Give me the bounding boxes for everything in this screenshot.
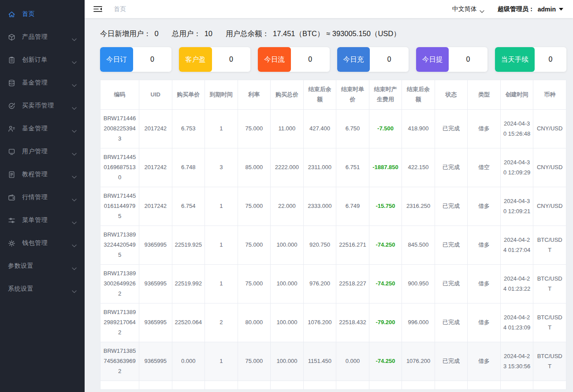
table-row: BRW1714450161144979520172426.754175.0002… (100, 187, 566, 226)
breadcrumb[interactable]: 首页 (114, 5, 126, 13)
table-cell: 2316.250 (402, 187, 435, 226)
table-cell (205, 381, 238, 390)
table-cell (139, 381, 172, 390)
sidebar-item-label: 基金管理 (22, 125, 72, 133)
sidebar-item-wallets[interactable]: 钱包管理 (0, 232, 85, 255)
table-cell: -15.750 (369, 187, 402, 226)
sidebar-item-parameters[interactable]: 参数设置 (0, 255, 85, 277)
sidebar-item-market[interactable]: 行情管理 (0, 186, 85, 209)
gear-icon (8, 240, 15, 247)
table-cell: 2024-04-30 12:09:29 (500, 148, 533, 187)
column-header: 状态 (435, 80, 468, 110)
column-header: 类型 (468, 80, 501, 110)
sidebar-item-new-orders[interactable]: 创新订单 (0, 48, 85, 71)
table-cell: BRW17138574563639692 (100, 342, 139, 381)
table-cell: 2017242 (139, 187, 172, 226)
stats-bar: 今日新增用户：0 总用户：10 用户总余额：17.451（BTC） ≈ 3930… (100, 29, 566, 39)
table-cell: 1 (205, 265, 238, 303)
sidebar-item-label: 买卖币管理 (22, 102, 72, 110)
table-cell: -7.500 (369, 110, 402, 148)
orders-table: 编码UID购买单价到期时间利率购买总价结束后余额结束时单价结束时产生费用结束后余… (100, 80, 566, 390)
table-row: BRW17138932244205495936599522519.925175.… (100, 226, 566, 265)
sidebar-item-system[interactable]: 系统设置 (0, 277, 85, 300)
sidebar-item-menus[interactable]: 菜单管理 (0, 209, 85, 232)
stat-cards: 今日订 0 客户盈 0 今日流 0 今日充 0 今日提 0 (100, 47, 566, 72)
table-cell (500, 381, 533, 390)
stat-card-label: 今日流 (258, 47, 291, 72)
table-cell (238, 381, 271, 390)
chevron-down-icon (72, 288, 77, 291)
table-cell: 2222.000 (271, 148, 304, 187)
sidebar-item-home[interactable]: 首页 (0, 3, 85, 26)
sidebar-item-label: 产品管理 (22, 33, 72, 41)
table-cell: 6.750 (336, 110, 369, 148)
language-selector[interactable]: 中文简体 (452, 5, 484, 13)
column-header: 结束后余额 (303, 80, 336, 110)
table-cell: 845.500 (402, 226, 435, 265)
stat-card-today-recharge: 今日充 0 (337, 47, 409, 72)
table-cell: 22518.227 (336, 265, 369, 303)
table-cell: 6.753 (172, 110, 205, 148)
stat-card-label: 客户盈 (179, 47, 212, 72)
chevron-down-icon (72, 173, 77, 176)
column-header: 结束时产生费用 (369, 80, 402, 110)
table-cell: 22520.064 (172, 303, 205, 342)
stat-card-today-withdraw: 今日提 0 (416, 47, 487, 72)
table-cell: -74.250 (369, 265, 402, 303)
sidebar-item-users[interactable]: 用户管理 (0, 140, 85, 163)
table-cell: 1076.200 (303, 303, 336, 342)
chevron-down-icon (72, 242, 77, 245)
table-cell: 已完成 (435, 110, 468, 148)
table-cell: 2 (205, 303, 238, 342)
table-cell: 6.749 (336, 187, 369, 226)
sidebar-item-tutorials[interactable]: 教程管理 (0, 163, 85, 186)
table-cell: 2024-04-24 01:27:04 (500, 226, 533, 265)
sidebar-nav: 首页 产品管理 创新订单 基金管理 (0, 3, 85, 300)
table-cell: -74.250 (369, 342, 402, 381)
table-cell: BRW17144501611449795 (100, 187, 139, 226)
table-cell: 借多 (468, 226, 501, 265)
table-cell: -74.250 (369, 226, 402, 265)
table-cell: BRW17138930026499262 (100, 265, 139, 303)
table-body: BRW1714462008225394320172426.753175.0001… (100, 110, 566, 390)
chevron-down-icon (72, 59, 77, 62)
chevron-down-icon (480, 7, 484, 11)
table-cell: 422.150 (402, 148, 435, 187)
user-fund-icon (8, 125, 15, 133)
table-cell: 900.950 (402, 265, 435, 303)
table-row: BRW17138930026499262936599522519.992175.… (100, 265, 566, 303)
main-area: 首页 中文简体 超级管理员：admin 今日新增用户：0 总用户：10 (85, 0, 573, 392)
chevron-down-icon (72, 219, 77, 222)
table-cell: 3 (205, 148, 238, 187)
admin-dropdown[interactable]: 超级管理员：admin (498, 5, 563, 13)
table-row: BRW1714450169687513020172426.748385.0002… (100, 148, 566, 187)
column-header: 到期时间 (205, 80, 238, 110)
language-label: 中文简体 (452, 5, 477, 13)
fund-icon (8, 79, 15, 87)
menu-fold-icon[interactable] (93, 6, 102, 12)
table-cell (468, 381, 501, 390)
sidebar-item-label: 用户管理 (22, 148, 72, 155)
chevron-down-icon (72, 81, 77, 85)
topbar-right: 中文简体 超级管理员：admin (452, 5, 563, 13)
table-cell (100, 381, 139, 390)
sidebar-item-coin-trade[interactable]: 买卖币管理 (0, 94, 85, 117)
table-cell: 6.751 (336, 148, 369, 187)
sidebar-item-funds[interactable]: 基金管理 (0, 71, 85, 94)
table-cell: BRW17138932244205495 (100, 226, 139, 265)
table-cell: CNY/USD (533, 110, 566, 148)
table-cell: 75.000 (238, 187, 271, 226)
table-cell: 2024-04-24 01:23:22 (500, 265, 533, 303)
table-cell: 22519.992 (172, 265, 205, 303)
table-cell: 996.000 (402, 303, 435, 342)
table-cell: 已完成 (435, 148, 468, 187)
sidebar-item-fund-users[interactable]: 基金管理 (0, 117, 85, 140)
table-cell: 1 (205, 342, 238, 381)
table-cell: BTC/USDT (533, 303, 566, 342)
sidebar-item-products[interactable]: 产品管理 (0, 26, 85, 48)
app: { "colors": { "accent": "#3e8ef7", "nega… (0, 0, 573, 392)
table-cell: 2311.000 (303, 148, 336, 187)
sidebar-item-label: 菜单管理 (22, 216, 72, 224)
table-cell: CNY/USD (533, 187, 566, 226)
content: 今日新增用户：0 总用户：10 用户总余额：17.451（BTC） ≈ 3930… (85, 18, 573, 392)
